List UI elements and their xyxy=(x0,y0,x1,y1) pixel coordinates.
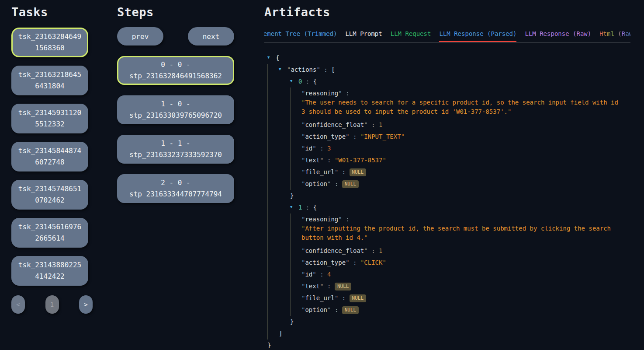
indent-guide xyxy=(267,178,279,190)
key-quote: " xyxy=(346,259,349,266)
collapse-arrow-icon[interactable]: ▼ xyxy=(267,52,276,64)
tab-llm-response-parsed[interactable]: LLM Response (Parsed) xyxy=(439,30,516,43)
key-quote: " xyxy=(338,90,342,97)
steps-prev-next: prev next xyxy=(117,27,234,46)
json-key: action_type xyxy=(305,259,346,266)
step-button[interactable]: 1 - 0 -stp_231633039765096720 xyxy=(117,95,234,124)
brace: { xyxy=(313,78,317,85)
indent-guide xyxy=(267,154,279,166)
tab-llm-request[interactable]: LLM Request xyxy=(391,30,431,43)
json-key: text xyxy=(305,283,320,290)
indent-guide xyxy=(279,98,290,119)
json-key: id xyxy=(305,145,312,152)
task-button[interactable]: tsk_231457486510702462 xyxy=(11,180,88,210)
tree-row: "option" : NULL xyxy=(267,178,630,190)
task-button[interactable]: tsk_231438802254142422 xyxy=(11,256,88,286)
key-quote: " xyxy=(320,157,323,164)
tree-line-content: "file_url" : NULL xyxy=(301,166,366,178)
json-key: action_type xyxy=(305,133,346,140)
indent-guide xyxy=(279,119,290,131)
key-quote: " xyxy=(312,145,316,152)
colon: : xyxy=(350,133,360,140)
indent-guide xyxy=(279,202,290,214)
indent-guide xyxy=(267,257,279,269)
indent-guide xyxy=(267,316,279,328)
null-badge: NULL xyxy=(350,294,367,302)
indent-guide xyxy=(290,178,301,190)
null-badge: NULL xyxy=(342,306,359,314)
tree-row: "file_url" : NULL xyxy=(267,166,630,178)
indent-guide xyxy=(267,304,279,316)
tree-line-content: ] xyxy=(279,328,282,340)
task-button[interactable]: tsk_231459311205512332 xyxy=(11,104,88,133)
indent-guide xyxy=(290,224,301,245)
key-quote: " xyxy=(364,247,367,254)
tab-html-raw[interactable]: Html (Raw) xyxy=(599,30,630,43)
tab-llm-prompt[interactable]: LLM Prompt xyxy=(345,30,382,43)
collapse-arrow-icon[interactable]: ▼ xyxy=(279,64,287,76)
tab-element-tree-trimmed[interactable]: Element Tree (Trimmed) xyxy=(264,30,337,43)
tree-line-content: "file_url" : NULL xyxy=(301,292,366,304)
task-button[interactable]: tsk_231632846491568360 xyxy=(11,28,88,57)
json-key: option xyxy=(305,306,327,313)
tree-line-content: "option" : NULL xyxy=(301,178,359,190)
tasks-panel: Tasks tsk_231632846491568360tsk_23163218… xyxy=(11,0,88,350)
tree-row: "action_type" : "INPUT_TEXT" xyxy=(267,131,630,143)
tasks-next-page-button[interactable]: > xyxy=(79,295,93,314)
indent-guide xyxy=(267,64,279,76)
tree-line-content: "text" : "W01-377-8537" xyxy=(301,154,386,166)
indent-guide xyxy=(267,202,279,214)
key-quote: " xyxy=(316,66,320,73)
step-button[interactable]: 1 - 1 -stp_231633237333592370 xyxy=(117,135,234,164)
task-button[interactable]: tsk_231632186456431804 xyxy=(11,66,88,95)
tree-line-content: "reasoning" : xyxy=(301,88,350,98)
string-quote: " xyxy=(382,157,386,164)
steps-next-button[interactable]: next xyxy=(188,27,234,46)
colon: : xyxy=(338,294,349,301)
indent-guide xyxy=(279,154,290,166)
string-quote: " xyxy=(401,133,405,140)
colon: : xyxy=(368,247,379,254)
string-quote: " xyxy=(382,259,386,266)
json-key: option xyxy=(305,180,327,187)
tree-line-content: "reasoning" : xyxy=(301,214,350,224)
indent-guide xyxy=(279,280,290,292)
tree-row: "id" : 4 xyxy=(267,269,630,280)
indent-guide xyxy=(267,190,279,202)
step-prefix: 2 - 0 - xyxy=(161,178,190,187)
json-number-value: 1 xyxy=(379,121,382,128)
json-string-value: After inputting the product id, the sear… xyxy=(301,225,611,241)
steps-prev-button[interactable]: prev xyxy=(117,27,163,46)
json-key: confidence_float xyxy=(305,121,364,128)
step-prefix: 0 - 0 - xyxy=(161,60,190,69)
indent-guide xyxy=(290,257,301,269)
tab-llm-response-raw[interactable]: LLM Response (Raw) xyxy=(525,30,591,43)
indent-guide xyxy=(267,119,279,131)
key-quote: " xyxy=(346,133,349,140)
tree-row: "The user needs to search for a specific… xyxy=(267,98,630,119)
brace: { xyxy=(276,54,279,61)
step-button[interactable]: 2 - 0 -stp_231633344707774794 xyxy=(117,174,234,203)
collapse-arrow-icon[interactable]: ▼ xyxy=(290,76,298,88)
indent-guide xyxy=(290,98,301,119)
brace: ] xyxy=(279,330,282,337)
tree-line-content: 0 : { xyxy=(298,76,317,88)
task-button[interactable]: tsk_231458448746072748 xyxy=(11,142,88,172)
step-button[interactable]: 0 - 0 -stp_231632846491568362 xyxy=(117,56,234,85)
tree-line-content: } xyxy=(290,190,294,202)
json-number-value: 1 xyxy=(379,247,382,254)
indent-guide xyxy=(279,245,290,257)
tasks-prev-page-button[interactable]: < xyxy=(11,295,25,314)
tree-row: } xyxy=(267,190,630,202)
colon: : xyxy=(324,283,335,290)
tasks-page-button[interactable]: 1 xyxy=(45,295,59,314)
collapse-arrow-icon[interactable]: ▼ xyxy=(290,202,298,214)
json-number-value: 4 xyxy=(327,271,331,278)
tree-row: ▼0 : { xyxy=(267,76,630,88)
indent-guide xyxy=(279,88,290,98)
task-button[interactable]: tsk_231456169762665614 xyxy=(11,218,88,248)
tree-line-content: } xyxy=(267,340,271,350)
indent-guide xyxy=(290,166,301,178)
tree-line-content: { xyxy=(276,52,279,64)
indent-guide xyxy=(290,131,301,143)
